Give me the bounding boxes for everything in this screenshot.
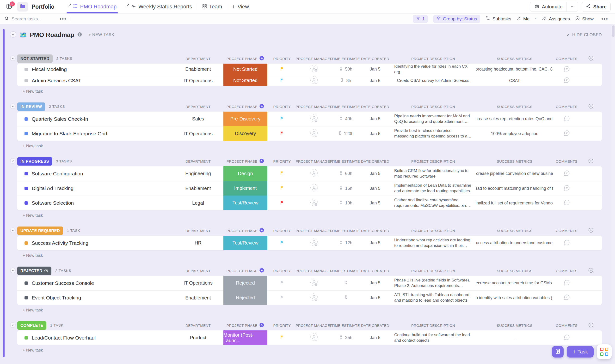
- comments-cell[interactable]: [553, 276, 580, 290]
- task-name[interactable]: Event Object Tracking: [32, 295, 81, 301]
- priority-cell[interactable]: [267, 236, 297, 250]
- department-cell[interactable]: IT Operations: [173, 126, 223, 141]
- group-by-button[interactable]: Group by: Status: [433, 15, 480, 23]
- sort-ascending-icon[interactable]: [259, 104, 264, 109]
- column-header-phase[interactable]: PROJECT PHASE: [223, 104, 267, 109]
- show-button[interactable]: Show: [575, 16, 594, 22]
- column-header-department[interactable]: DEPARTMENT: [173, 105, 223, 109]
- task-status-square-icon[interactable]: [25, 117, 28, 121]
- project-manager-cell[interactable]: [297, 166, 331, 181]
- add-column-icon[interactable]: [588, 104, 594, 110]
- column-header-manager[interactable]: PROJECT MANAGER: [297, 229, 331, 233]
- column-header-time[interactable]: TIME ESTIMATE: [331, 324, 360, 327]
- task-status-square-icon[interactable]: [25, 296, 28, 299]
- me-button[interactable]: Me: [517, 16, 530, 22]
- column-header-description[interactable]: PROJECT DESCRIPTION: [390, 105, 476, 109]
- column-header-date[interactable]: DATE CREATED: [360, 229, 390, 233]
- department-cell[interactable]: Enablement: [173, 290, 223, 305]
- task-status-square-icon[interactable]: [25, 241, 28, 245]
- column-header-priority[interactable]: PRIORITY: [267, 269, 297, 273]
- add-task-button[interactable]: + New task: [17, 141, 602, 149]
- task-name[interactable]: Customer Success Console: [32, 280, 94, 286]
- column-header-priority[interactable]: PRIORITY: [267, 324, 297, 327]
- time-estimate-cell[interactable]: 40h: [331, 112, 360, 126]
- success-metrics-cell[interactable]: 100% employee adoption: [476, 126, 553, 141]
- notepad-button[interactable]: [552, 346, 564, 358]
- priority-flag-icon[interactable]: [280, 131, 285, 137]
- column-header-date[interactable]: DATE CREATED: [360, 324, 390, 327]
- priority-cell[interactable]: [267, 64, 297, 75]
- add-task-button[interactable]: + New task: [17, 250, 602, 259]
- comments-cell[interactable]: [553, 166, 580, 181]
- collapse-group-chevron-icon[interactable]: [10, 267, 16, 274]
- project-description-cell[interactable]: Gather and finalize core system/tool req…: [390, 195, 476, 210]
- project-manager-cell[interactable]: [297, 75, 331, 86]
- column-header-manager[interactable]: PROJECT MANAGER: [297, 105, 331, 109]
- project-phase-cell[interactable]: Implement: [223, 181, 267, 195]
- comments-icon[interactable]: [563, 77, 570, 84]
- comments-cell[interactable]: [553, 236, 580, 250]
- column-header-comments[interactable]: COMMENTS: [553, 57, 580, 61]
- folder-button[interactable]: [17, 2, 28, 12]
- date-created-cell[interactable]: Jan 5: [360, 126, 390, 141]
- add-column-button[interactable]: [580, 322, 602, 328]
- priority-cell[interactable]: [267, 330, 297, 345]
- column-header-manager[interactable]: PROJECT MANAGER: [297, 324, 331, 327]
- share-button[interactable]: Share: [582, 2, 611, 12]
- comments-icon[interactable]: [563, 239, 570, 247]
- date-created-cell[interactable]: Jan 5: [360, 64, 390, 75]
- comments-cell[interactable]: [553, 64, 580, 75]
- assignees-button[interactable]: Assignees: [542, 16, 570, 22]
- project-phase-cell[interactable]: Discovery: [223, 126, 267, 141]
- project-description-cell[interactable]: Identifying the value for roles in each …: [390, 64, 476, 75]
- department-cell[interactable]: Legal: [173, 195, 223, 210]
- add-column-icon[interactable]: [588, 322, 594, 328]
- task-status-square-icon[interactable]: [25, 132, 28, 135]
- project-manager-cell[interactable]: [297, 290, 331, 305]
- task-name[interactable]: Lead/Contact Flow Overhaul: [32, 335, 96, 341]
- success-metrics-cell[interactable]: Lead to account matching and handling of…: [476, 181, 553, 195]
- tab-pmo-roadmap[interactable]: PMO Roadmap: [63, 0, 122, 13]
- comments-icon[interactable]: [563, 130, 570, 138]
- priority-flag-icon[interactable]: [280, 116, 285, 122]
- column-header-date[interactable]: DATE CREATED: [360, 269, 390, 273]
- task-status-square-icon[interactable]: [25, 79, 28, 82]
- project-phase-cell[interactable]: Test/Review: [223, 236, 267, 250]
- sort-ascending-icon[interactable]: [259, 56, 264, 61]
- comments-cell[interactable]: [553, 330, 580, 345]
- add-task-button[interactable]: + New task: [17, 86, 602, 94]
- department-cell[interactable]: Enablement: [173, 64, 223, 75]
- add-task-button[interactable]: + New task: [17, 210, 602, 218]
- priority-flag-icon[interactable]: [280, 186, 285, 191]
- department-cell[interactable]: Product: [173, 330, 223, 345]
- priority-flag-icon[interactable]: [280, 335, 285, 340]
- comments-icon[interactable]: [563, 170, 570, 178]
- task-name[interactable]: Migration to Slack Enterprise Grid: [32, 131, 107, 137]
- column-header-description[interactable]: PROJECT DESCRIPTION: [390, 229, 476, 233]
- scrollbar-thumb[interactable]: [612, 26, 615, 37]
- collapse-group-chevron-icon[interactable]: [10, 227, 16, 234]
- comments-icon[interactable]: [563, 199, 570, 207]
- task-name[interactable]: Fiscal Modeling: [32, 66, 67, 72]
- column-header-manager[interactable]: PROJECT MANAGER: [297, 57, 331, 61]
- date-created-cell[interactable]: Jan 5: [360, 166, 390, 181]
- automate-dropdown-button[interactable]: [566, 2, 578, 12]
- project-description-cell[interactable]: Create CSAT survey for Admin Services: [390, 75, 476, 86]
- department-cell[interactable]: HR: [173, 236, 223, 250]
- add-column-button[interactable]: [580, 55, 602, 62]
- priority-cell[interactable]: [267, 126, 297, 141]
- add-column-icon[interactable]: [588, 227, 594, 234]
- collapse-group-chevron-icon[interactable]: [10, 158, 16, 165]
- column-header-comments[interactable]: COMMENTS: [553, 324, 580, 327]
- collapse-group-chevron-icon[interactable]: [10, 55, 16, 62]
- time-estimate-cell[interactable]: 60h: [331, 166, 360, 181]
- status-badge[interactable]: COMPLETE: [17, 321, 46, 330]
- priority-flag-icon[interactable]: [280, 66, 285, 72]
- sort-ascending-icon[interactable]: [259, 228, 264, 234]
- project-description-cell[interactable]: Phase 1 is live (getting fields in Softw…: [390, 276, 476, 290]
- project-description-cell[interactable]: ATL BTL tracking with Tableau dashboard …: [390, 290, 476, 305]
- column-header-manager[interactable]: PROJECT MANAGER: [297, 269, 331, 273]
- status-badge[interactable]: IN REVIEW: [17, 103, 45, 111]
- department-cell[interactable]: IT Operations: [173, 276, 223, 290]
- sort-ascending-icon[interactable]: [259, 268, 264, 273]
